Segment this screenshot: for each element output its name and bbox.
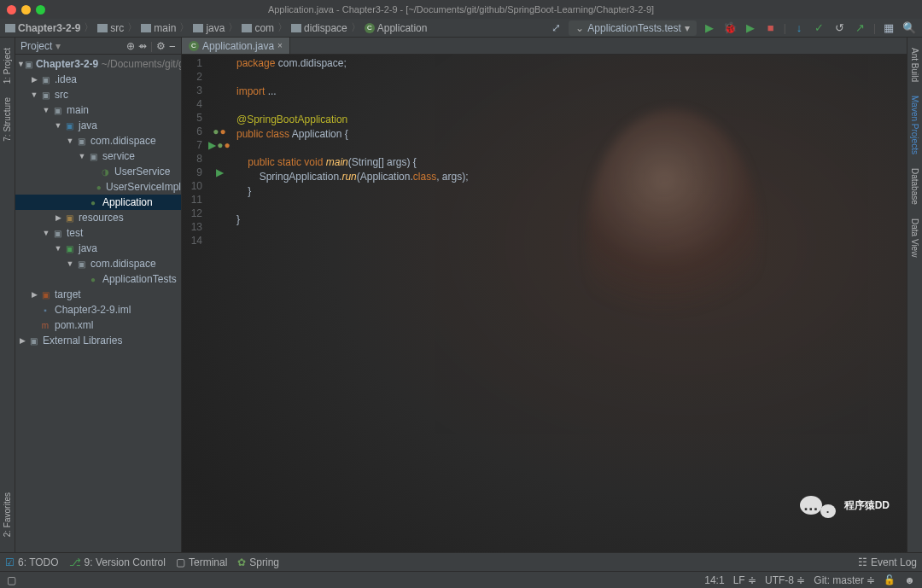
file-encoding[interactable]: UTF-8 ≑ bbox=[765, 574, 805, 586]
tab-spring[interactable]: ✿Spring bbox=[237, 556, 279, 568]
resources-folder-icon: ▣ bbox=[63, 212, 75, 224]
caret-position[interactable]: 14:1 bbox=[704, 574, 724, 586]
line-separator[interactable]: LF ≑ bbox=[733, 574, 756, 586]
window-maximize[interactable] bbox=[36, 5, 45, 15]
status-text: LF bbox=[733, 574, 745, 586]
search-icon[interactable]: 🔍 bbox=[902, 20, 917, 36]
tree-node-pom[interactable]: mpom.xml bbox=[15, 317, 181, 333]
code-text: public static void bbox=[236, 156, 326, 168]
tree-node-test[interactable]: ▼▣test bbox=[15, 225, 181, 241]
tree-node-resources[interactable]: ▶▣resources bbox=[15, 210, 181, 225]
debug-button[interactable]: 🐞 bbox=[722, 20, 738, 36]
tree-node-idea[interactable]: ▶▣.idea bbox=[15, 72, 181, 87]
tree-label: service bbox=[102, 150, 135, 162]
vcs-history-icon[interactable]: ↺ bbox=[832, 20, 848, 36]
close-tab-icon[interactable]: × bbox=[277, 41, 283, 50]
breadcrumb-label: src bbox=[110, 22, 124, 34]
tree-node-apptests[interactable]: ●ApplicationTests bbox=[15, 271, 181, 287]
tab-todo[interactable]: ☑6: TODO bbox=[5, 556, 59, 568]
git-branch[interactable]: Git: master ≑ bbox=[814, 574, 875, 586]
breadcrumb-label: main bbox=[154, 22, 176, 34]
locate-icon[interactable]: ⊕ bbox=[126, 40, 135, 52]
tree-node-userserviceimpl[interactable]: ●UserServiceImpl bbox=[15, 179, 181, 195]
tab-structure[interactable]: 7: Structure bbox=[1, 92, 14, 147]
code-text: @SpringBootApplication bbox=[236, 114, 347, 125]
vcs-update-icon[interactable]: ↓ bbox=[791, 20, 807, 36]
right-tool-stripe: Ant Build Maven Projects Database Data V… bbox=[907, 38, 922, 552]
code-text: public class bbox=[236, 128, 292, 140]
tree-label: java bbox=[79, 119, 97, 131]
tree-node-test-pkg[interactable]: ▼▣com.didispace bbox=[15, 256, 181, 271]
tree-node-application[interactable]: ●Application bbox=[15, 195, 181, 210]
vcs-push-icon[interactable]: ↗ bbox=[853, 20, 868, 36]
tab-ant[interactable]: Ant Build bbox=[908, 43, 921, 87]
tree-node-package[interactable]: ▼▣com.didispace bbox=[15, 133, 181, 148]
project-tree[interactable]: ▼▣Chapter3-2-9 ~/Documents/git/githu ▶▣.… bbox=[15, 55, 181, 552]
breadcrumb-sep: 〉 bbox=[277, 20, 288, 35]
spring-bean-gutter-icon[interactable]: ●● bbox=[207, 125, 231, 138]
breadcrumb-sep: 〉 bbox=[179, 20, 190, 35]
breadcrumb-sep: 〉 bbox=[228, 20, 238, 35]
line-number: 11 bbox=[182, 193, 202, 207]
tab-dataview[interactable]: Data View bbox=[908, 213, 921, 262]
window-minimize[interactable] bbox=[21, 5, 31, 15]
tree-node-iml[interactable]: ▪Chapter3-2-9.iml bbox=[15, 302, 181, 317]
tree-label: java bbox=[79, 242, 97, 254]
editor-area: C Application.java × 1 2 3 4 5 6 7 8 9 1… bbox=[182, 38, 907, 552]
editor-content[interactable]: 1 2 3 4 5 6 7 8 9 10 11 12 13 14 bbox=[182, 55, 907, 552]
build-icon[interactable]: ⤢ bbox=[548, 20, 563, 36]
folder-icon: ▣ bbox=[51, 227, 63, 239]
readonly-lock-icon[interactable]: 🔓 bbox=[884, 574, 896, 586]
tree-node-test-java[interactable]: ▼▣java bbox=[15, 241, 181, 256]
breadcrumb-item[interactable]: com bbox=[242, 22, 274, 34]
window-close[interactable] bbox=[7, 5, 16, 15]
tree-node-service[interactable]: ▼▣service bbox=[15, 148, 181, 164]
tab-version-control[interactable]: ⎇9: Version Control bbox=[69, 556, 166, 568]
hector-icon[interactable]: ☻ bbox=[904, 574, 915, 586]
editor-tab[interactable]: C Application.java × bbox=[182, 38, 290, 54]
code-text: import bbox=[236, 85, 265, 97]
tree-label: com.didispace bbox=[90, 135, 156, 147]
coverage-button[interactable]: ▶ bbox=[743, 20, 758, 36]
structure-icon[interactable]: ▦ bbox=[881, 20, 896, 36]
gear-icon[interactable]: ⚙ bbox=[156, 40, 166, 52]
breadcrumb-item[interactable]: src bbox=[97, 22, 124, 34]
tree-label: main bbox=[67, 104, 89, 116]
line-number: 2 bbox=[182, 70, 202, 84]
code-text: Application bbox=[292, 128, 342, 140]
breadcrumb-item[interactable]: java bbox=[193, 22, 225, 34]
breadcrumb-item[interactable]: Chapter3-2-9 bbox=[5, 22, 80, 34]
tool-window-quick-access[interactable]: ▢ bbox=[7, 574, 16, 586]
hide-icon[interactable]: ‒ bbox=[169, 40, 176, 52]
tree-root[interactable]: ▼▣Chapter3-2-9 ~/Documents/git/githu bbox=[15, 56, 181, 72]
tab-maven[interactable]: Maven Projects bbox=[908, 90, 921, 160]
run-gutter-icon[interactable]: ▶ bbox=[207, 166, 231, 179]
vcs-commit-icon[interactable]: ✓ bbox=[812, 20, 827, 36]
test-folder-icon: ▣ bbox=[63, 242, 75, 254]
collapse-icon[interactable]: ⇴ bbox=[138, 40, 147, 52]
tree-node-src[interactable]: ▼▣src bbox=[15, 87, 181, 102]
tab-database[interactable]: Database bbox=[908, 163, 921, 210]
run-config-dropdown[interactable]: ⌄ ApplicationTests.test ▾ bbox=[569, 20, 696, 36]
folder-icon: ▣ bbox=[39, 89, 51, 101]
run-button[interactable]: ▶ bbox=[702, 20, 717, 36]
breadcrumb-item[interactable]: didispace bbox=[291, 22, 347, 34]
tree-label: ApplicationTests bbox=[102, 273, 177, 285]
status-text: UTF-8 bbox=[765, 574, 794, 586]
breadcrumb-item[interactable]: main bbox=[141, 22, 176, 34]
code-editor[interactable]: package com.didispace; import ... @Sprin… bbox=[231, 55, 907, 552]
run-gutter-icon[interactable]: ▶●● bbox=[207, 138, 231, 152]
breadcrumb-item[interactable]: CApplication bbox=[365, 22, 428, 34]
tree-label: src bbox=[55, 89, 68, 101]
stop-button[interactable]: ■ bbox=[763, 20, 779, 36]
tab-favorites[interactable]: 2: Favorites bbox=[1, 487, 14, 542]
event-log[interactable]: ☷Event Log bbox=[858, 556, 917, 568]
code-text: } bbox=[236, 213, 240, 225]
tree-node-userservice[interactable]: ◑UserService bbox=[15, 164, 181, 179]
tree-node-target[interactable]: ▶▣target bbox=[15, 287, 181, 302]
tree-node-extlibs[interactable]: ▶▣External Libraries bbox=[15, 333, 181, 348]
tab-project[interactable]: 1: Project bbox=[1, 43, 14, 89]
tree-node-main[interactable]: ▼▣main bbox=[15, 102, 181, 118]
tab-terminal[interactable]: ▢Terminal bbox=[176, 556, 227, 568]
tree-node-java[interactable]: ▼▣java bbox=[15, 118, 181, 133]
